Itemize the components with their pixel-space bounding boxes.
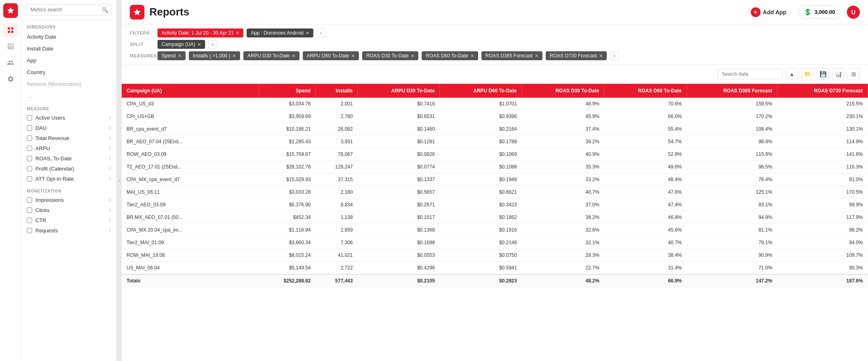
save-button[interactable]: 💾 [817,68,829,80]
dau-checkbox[interactable] [27,125,32,131]
table-row[interactable]: ROW_AEO_03.09$15,769.8778,067$0.0826$0.1… [122,148,868,161]
impressions-checkbox[interactable] [27,197,32,203]
info-icon[interactable]: ℹ [109,136,111,141]
sidebar-item-more[interactable]: ... [21,90,116,102]
table-row[interactable]: T2_AEO_17.01 (25End...$28,102.78128,247$… [122,161,868,173]
info-icon[interactable]: ℹ [109,208,111,213]
metrics-search-input[interactable] [26,4,112,15]
installs-tag[interactable]: Installs ( >1,000 ) ✕ [189,51,240,60]
avatar[interactable]: U [847,6,860,19]
info-icon[interactable]: ℹ [109,115,111,120]
sidebar-item-active-users[interactable]: Active Users ℹ [21,113,116,123]
table-row[interactable]: CPA_MX 20.04_cpa_ev...$1,116.942,659$0.1… [122,224,868,236]
col-installs[interactable]: Installs [316,84,358,98]
add-filter-button[interactable]: + [317,28,326,37]
table-row[interactable]: CPA_MX_cpa_event_d7$15,029.9337,315$0.13… [122,173,868,186]
info-icon[interactable]: ℹ [109,166,111,171]
col-roas-d60[interactable]: ROAS D60 To-Date [604,84,687,98]
info-icon[interactable]: ℹ [109,156,111,161]
table-row[interactable]: MAI_US_06.11$3,033.282,180$0.5657$0.6621… [122,186,868,199]
arpu-d60-tag[interactable]: ARPU D60 To-Date ✕ [303,51,359,60]
export-button[interactable]: 📊 [832,68,844,80]
ctr-checkbox[interactable] [27,218,32,223]
att-checkbox[interactable] [27,176,32,182]
col-arpu-d60[interactable]: ARPU D60 To-Date [440,84,522,98]
sidebar-item-app[interactable]: App [21,55,116,66]
roas-d730-tag[interactable]: ROAS D730 Forecast ✕ [546,51,607,60]
clicks-checkbox[interactable] [27,208,32,213]
sidebar-item-dau[interactable]: DAU ℹ [21,123,116,133]
sidebar-item-clicks[interactable]: Clicks ℹ [21,205,116,215]
app-filter-tag-close[interactable]: ✕ [306,31,309,36]
col-roas-d730[interactable]: ROAS D730 Forecast [777,84,868,98]
info-icon[interactable]: ℹ [109,146,111,151]
table-row[interactable]: BR_AEO_07.04 (25End...$1,285.433,931$0.1… [122,136,868,148]
users-icon[interactable] [3,55,18,70]
table-row[interactable]: ROW_MAI_19.08$8,015.2441,021$0.0553$0.07… [122,249,868,262]
app-filter-tag[interactable]: App : Dominoes Android ✕ [247,28,313,37]
sidebar-item-att[interactable]: ATT Opt-In Rate ℹ [21,174,116,184]
table-row[interactable]: CPA_US_d3$3,034.762,001$0.7416$1.070148.… [122,98,868,110]
roas-d60-tag-close[interactable]: ✕ [470,53,474,59]
requests-checkbox[interactable] [27,228,32,233]
app-logo[interactable] [3,3,18,18]
spend-tag-close[interactable]: ✕ [178,53,181,59]
info-icon[interactable]: ℹ [109,176,111,182]
table-view-button[interactable]: ⊞ [848,68,860,80]
sidebar-item-requests[interactable]: Requests ℹ [21,225,116,236]
campaign-ua-tag[interactable]: Campaign (UA) ✕ [157,40,205,49]
sidebar-item-activity-date[interactable]: Activity Date [21,31,116,43]
sidebar-item-ctr[interactable]: CTR ℹ [21,215,116,225]
sidebar-item-network[interactable]: Network (Monetization) [21,78,116,90]
wallet-button[interactable]: 💲 3,000.00 [798,5,840,19]
roas-d365-tag[interactable]: ROAS D365 Forecast ✕ [481,51,542,60]
settings-icon[interactable] [3,72,18,86]
spend-tag[interactable]: Spend ✕ [157,51,186,60]
add-split-button[interactable]: + [208,40,217,49]
sidebar-item-total-revenue[interactable]: Total Revenue ℹ [21,133,116,143]
info-icon[interactable]: ℹ [109,125,111,131]
info-icon[interactable]: ℹ [109,218,111,223]
table-row[interactable]: BR_cpa_event_d7$10,186.2126,082$0.1460$0… [122,123,868,136]
sort-asc-button[interactable]: ▲ [786,68,798,80]
sidebar-item-install-date[interactable]: Install Date [21,43,116,55]
profit-checkbox[interactable] [27,166,32,171]
add-app-button[interactable]: + Add App [745,4,792,20]
dashboard-icon[interactable] [3,23,18,37]
col-arpu-d30[interactable]: ARPU D30 To-Date [358,84,440,98]
activity-date-tag[interactable]: Activity Date: 1 Jul 20 - 30 Apr 21 ✕ [157,28,243,37]
sidebar-item-roas[interactable]: ROAS, To-Date ℹ [21,153,116,164]
folder-button[interactable]: 📁 [801,68,813,80]
table-row[interactable]: BR,MX_AEO_07.01 (50...$452.341,138$0.151… [122,211,868,224]
arpu-d60-tag-close[interactable]: ✕ [351,53,355,59]
activity-date-tag-close[interactable]: ✕ [236,31,239,36]
col-campaign[interactable]: Campaign (UA) [122,84,259,98]
total-revenue-checkbox[interactable] [27,136,32,141]
col-roas-d30[interactable]: ROAS D30 To-Date [522,84,604,98]
sidebar-collapse-handle[interactable] [117,0,122,361]
roas-d730-tag-close[interactable]: ✕ [599,53,603,59]
sidebar-item-impressions[interactable]: Impressions ℹ [21,195,116,205]
roas-d60-tag[interactable]: ROAS D60 To-Date ✕ [422,51,478,60]
sidebar-item-country[interactable]: Country [21,66,116,78]
col-roas-d365[interactable]: ROAS D365 Forecast [687,84,777,98]
roas-d30-tag-close[interactable]: ✕ [411,53,414,59]
chart-icon[interactable] [3,39,18,54]
table-row[interactable]: Tier2_AEO_03.09$6,376.908,834$0.2671$0.3… [122,199,868,211]
roas-d365-tag-close[interactable]: ✕ [535,53,538,59]
table-row[interactable]: CPI_US+GB$3,959.692,780$0.6531$0.939645.… [122,110,868,123]
roas-d30-tag[interactable]: ROAS D30 To-Date ✕ [362,51,419,60]
search-data-input[interactable] [717,69,783,79]
table-row[interactable]: US_MAI_06.04$5,149.542,722$0.4296$0.5941… [122,262,868,275]
installs-tag-close[interactable]: ✕ [232,53,236,59]
add-measure-button[interactable]: + [610,51,619,60]
active-users-checkbox[interactable] [27,115,32,120]
arpu-d30-tag-close[interactable]: ✕ [292,53,295,59]
campaign-ua-tag-close[interactable]: ✕ [197,42,201,47]
info-icon[interactable]: ℹ [109,197,111,203]
arpu-checkbox[interactable] [27,146,32,151]
sidebar-item-profit[interactable]: Profit (Calendar) ℹ [21,164,116,174]
col-spend[interactable]: Spend [259,84,315,98]
roas-checkbox[interactable] [27,156,32,161]
arpu-d30-tag[interactable]: ARPU D30 To-Date ✕ [243,51,300,60]
